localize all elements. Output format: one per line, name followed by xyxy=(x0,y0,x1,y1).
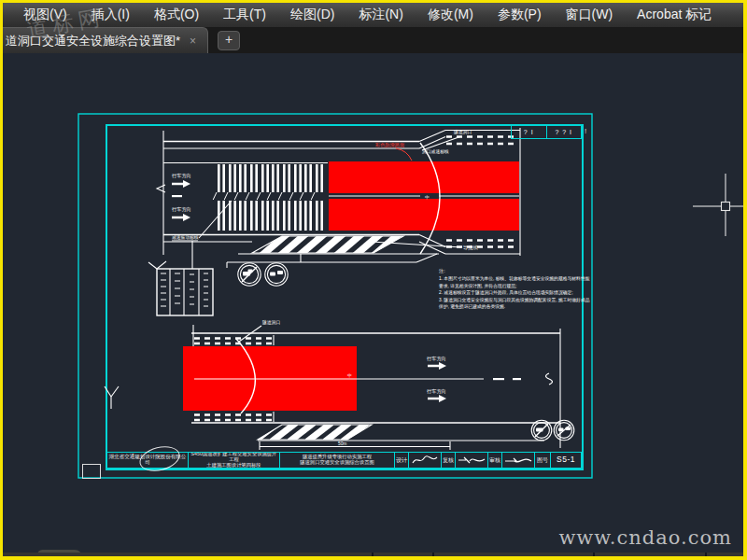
menu-bar: 视图(V) 插入(I) 格式(O) 工具(T) 绘图(D) 标注(N) 修改(M… xyxy=(3,3,743,27)
check-label: 复核 xyxy=(442,453,456,468)
watermark-site: www.cndao.com xyxy=(558,526,732,549)
upper-portal-label: 隧道洞口 xyxy=(454,129,472,135)
lower-center-mark: 中 xyxy=(347,373,352,378)
drawing-number: S5-1 xyxy=(551,453,581,468)
upper-center-mark: 中 xyxy=(425,195,430,200)
page-field-mark: ! xyxy=(585,127,586,135)
notes-line: 保护, 避免损坏已建成的各类设施. xyxy=(438,303,505,310)
file-tab-bar: 道洞口交通安全设施综合设置图* × + xyxy=(3,27,743,53)
drawing-number-label: 图号 xyxy=(535,453,551,468)
notes-line: 要求, 详见相关设计图, 并符合现行规范; xyxy=(439,283,516,289)
frame-corner-square xyxy=(82,464,101,479)
status-divider xyxy=(705,553,707,557)
edge-marking-label: 洞口减速标线 xyxy=(422,149,449,155)
sign-board xyxy=(148,241,213,315)
gore-hatch-upper xyxy=(243,233,403,256)
review-signature xyxy=(502,453,535,468)
portal-arc-upper xyxy=(420,143,440,254)
drawing-title-line-2: 隧道洞口交通安全设施综合设置图 xyxy=(300,460,374,466)
notes-line: 1. 本图尺寸均以厘米为单位, 标线、轮廓标等交通安全设施的规格与材料性能 xyxy=(439,275,590,282)
status-divider xyxy=(372,553,374,557)
menu-item-modify[interactable]: 修改(M) xyxy=(428,7,473,23)
page-field-1: ? I xyxy=(512,126,546,138)
menu-item-draw[interactable]: 绘图(D) xyxy=(290,7,334,23)
crosshair-cursor[interactable] xyxy=(693,174,744,236)
design-signature xyxy=(409,453,442,468)
notes-line: 3. 隧道洞口交通安全设施应与洞口段其他设施协调配套设置, 施工时做好成品 xyxy=(439,297,590,303)
cad-drawing: 中 行车方向 行车方向 减速振动标线 隧道洞口 彩色防滑路面 xyxy=(0,53,747,553)
title-block-drawing-title: 隧道提质升级专项行动实施工程 隧道洞口交通安全设施综合设置图 xyxy=(280,453,395,468)
notes-title: 注: xyxy=(439,268,445,273)
signature-scribble xyxy=(411,455,439,466)
status-divider xyxy=(432,553,434,557)
lower-portal-label: 隧道洞口 xyxy=(262,319,280,326)
upper-plan-view: 中 行车方向 行车方向 减速振动标线 隧道洞口 彩色防滑路面 xyxy=(157,128,520,256)
review-label: 审核 xyxy=(488,453,502,468)
title-block-project: S450国道改扩建工程交通安全设施提升工程 土建施工图设计第四标段 xyxy=(189,453,280,468)
rumble-label: 减速振动标线 xyxy=(172,235,199,241)
status-divider xyxy=(593,553,595,557)
tab-close-icon[interactable]: × xyxy=(190,35,196,48)
application-window: 视图(V) 插入(I) 格式(O) 工具(T) 绘图(D) 标注(N) 修改(M… xyxy=(0,0,747,560)
page-field-2: ? ? I xyxy=(546,126,582,138)
menu-item-format[interactable]: 格式(O) xyxy=(154,7,199,23)
project-line-2: 土建施工图设计第四标段 xyxy=(206,463,261,468)
upper-direction-label-bottom: 行车方向 xyxy=(172,206,191,213)
sign-circles-upper xyxy=(227,254,437,286)
signature-scribble xyxy=(457,455,486,466)
lower-dimension-text: 50m xyxy=(338,441,346,446)
new-tab-button[interactable]: + xyxy=(218,31,240,50)
menu-item-parametric[interactable]: 参数(P) xyxy=(498,7,542,23)
gore-label: 导流线 xyxy=(463,245,478,251)
design-label: 设计 xyxy=(395,453,409,468)
notes-line: 2. 减速标线设置于隧道洞口外路段, 具体位置结合现场实际情况确定; xyxy=(439,289,573,296)
gore-hatch-lower xyxy=(254,423,372,441)
red-marking-label: 彩色防滑路面 xyxy=(375,142,404,148)
menu-item-window[interactable]: 窗口(W) xyxy=(566,7,613,23)
check-signature xyxy=(456,453,488,468)
menu-item-tools[interactable]: 工具(T) xyxy=(223,7,266,23)
upper-direction-label-top: 行车方向 xyxy=(172,173,191,179)
signature-scribble xyxy=(503,455,533,466)
notes-block: 注: 1. 本图尺寸均以厘米为单位, 标线、轮廓标等交通安全设施的规格与材料性能… xyxy=(438,268,590,310)
menu-item-dimension[interactable]: 标注(N) xyxy=(359,7,402,23)
rumble-strips xyxy=(213,164,323,231)
lower-direction-label-bottom: 行车方向 xyxy=(427,388,446,395)
lower-plan-view: 隧道洞口 中 行车方向 行车方向 xyxy=(105,319,574,450)
menu-item-acrobat[interactable]: Acrobat 标记 xyxy=(637,7,712,23)
sheet-page-fields: ? I ? ? I xyxy=(511,125,582,139)
lower-direction-label-top: 行车方向 xyxy=(427,356,446,362)
